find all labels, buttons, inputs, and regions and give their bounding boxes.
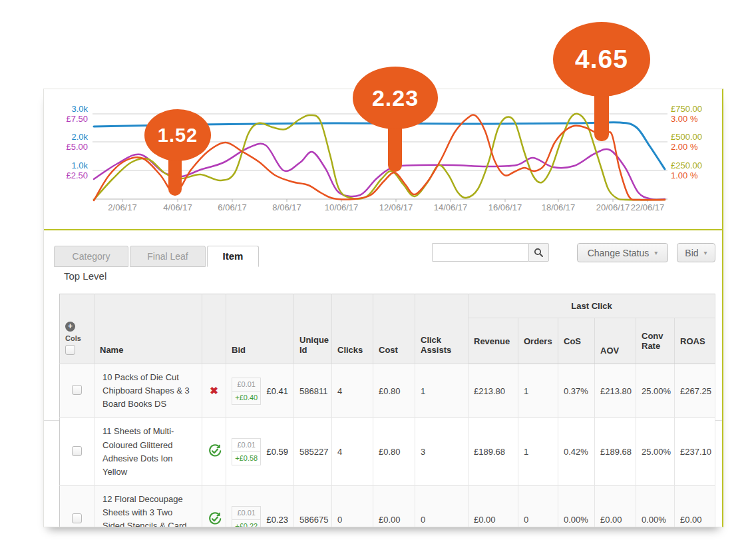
cos-cell: 0.00% — [558, 485, 595, 527]
bid-breakdown[interactable]: £0.01 +£0.58 — [232, 438, 261, 465]
bid-cell: £0.01 +£0.58 £0.59 — [226, 418, 294, 486]
click-assists-cell: 0 — [415, 485, 469, 527]
x-axis-label: 10/06/17 — [317, 202, 366, 212]
bid-base-value: £0.01 — [232, 439, 260, 451]
revenue-cell: £189.68 — [469, 418, 518, 486]
tab-final-leaf[interactable]: Final Leaf — [130, 246, 206, 267]
callout-bubble: 2.23 — [353, 67, 438, 129]
row-select-cell — [60, 485, 94, 527]
y-axis-left-label: 3.0k £7.50 — [47, 104, 88, 124]
select-all-checkbox[interactable] — [65, 345, 75, 355]
column-header-bid[interactable]: Bid — [226, 294, 294, 364]
add-columns-icon[interactable]: + — [65, 322, 75, 332]
click-assists-cell: 3 — [415, 418, 469, 486]
orders-cell: 1 — [518, 364, 558, 418]
search-button[interactable] — [528, 243, 549, 262]
column-header-unique-id[interactable]: Unique Id — [294, 294, 332, 364]
change-status-label: Change Status — [588, 248, 650, 258]
column-header-name[interactable]: Name — [94, 294, 202, 364]
revenue-cell: £0.00 — [469, 485, 518, 527]
x-axis-label: 12/06/17 — [371, 202, 421, 212]
column-header-revenue[interactable]: Revenue — [469, 318, 518, 364]
column-header-clicks[interactable]: Clicks — [332, 294, 373, 364]
toolbar: Category Final Leaf Item Change Status ▾… — [44, 243, 722, 268]
column-header-roas[interactable]: ROAS — [675, 318, 715, 364]
cost-cell: £0.00 — [373, 485, 415, 527]
status-cell[interactable] — [202, 418, 226, 486]
orders-cell: 0 — [518, 485, 558, 527]
search-group — [432, 243, 549, 262]
unique-id-cell: 585227 — [294, 418, 332, 486]
column-header-orders[interactable]: Orders — [518, 318, 558, 364]
column-header-aov[interactable]: AOV — [595, 318, 636, 364]
table-row: 11 Sheets of Multi-Coloured Glittered Ad… — [60, 418, 715, 486]
callout-bubble: 4.65 — [553, 22, 650, 97]
unique-id-cell: 586675 — [294, 485, 332, 527]
x-axis-label: 14/06/17 — [426, 202, 475, 212]
aov-cell: £0.00 — [595, 485, 636, 527]
select-column-header: + Cols — [60, 294, 94, 364]
roas-cell: £237.10 — [675, 418, 715, 486]
dashboard-card: 3.0k £7.50 2.0k £5.00 1.0k £2.50 £750.00… — [43, 89, 723, 527]
row-select-cell — [60, 418, 94, 486]
bid-total-value: £0.59 — [266, 447, 288, 457]
aov-cell: £189.68 — [595, 418, 636, 486]
bid-breakdown[interactable]: £0.01 +£0.40 — [232, 378, 261, 405]
bid-breakdown[interactable]: £0.01 +£0.22 — [232, 506, 261, 527]
roas-cell: £267.25 — [675, 364, 715, 418]
column-header-cost[interactable]: Cost — [373, 294, 415, 364]
section-title: Top Level — [64, 270, 106, 282]
row-checkbox[interactable] — [72, 513, 82, 523]
y-axis-right-label: £500.00 2.00 % — [671, 132, 712, 152]
cols-label: Cols — [65, 334, 81, 342]
tab-item[interactable]: Item — [207, 246, 259, 267]
orders-cell: 1 — [518, 418, 558, 486]
group-header-last-click: Last Click — [469, 294, 715, 318]
approved-icon — [208, 511, 222, 526]
x-axis-label: 8/06/17 — [262, 202, 311, 212]
conv-rate-cell: 25.00% — [636, 418, 675, 486]
cos-cell: 0.42% — [558, 418, 595, 486]
bid-base-value: £0.01 — [232, 378, 260, 391]
approved-icon — [208, 443, 222, 458]
page: 3.0k £7.50 2.0k £5.00 1.0k £2.50 £750.00… — [0, 0, 756, 540]
unique-id-cell: 586811 — [294, 364, 332, 418]
y-axis-right-label: £250.00 1.00 % — [671, 160, 712, 180]
y-axis-left-label: 1.0k £2.50 — [47, 160, 88, 180]
bid-button[interactable]: Bid ▾ — [677, 243, 715, 262]
row-checkbox[interactable] — [72, 446, 82, 456]
item-name: 11 Sheets of Multi-Coloured Glittered Ad… — [94, 418, 202, 486]
table-wrap: + Cols Name Bid Unique Id Clicks Cost Cl… — [59, 294, 715, 527]
bid-button-label: Bid — [685, 248, 698, 258]
click-assists-cell: 1 — [415, 364, 469, 418]
y-axis-right-label: £750.00 3.00 % — [671, 104, 712, 124]
table-row: 10 Packs of Die Cut Chipboard Shapes & 3… — [60, 364, 715, 418]
items-table: + Cols Name Bid Unique Id Clicks Cost Cl… — [59, 294, 715, 527]
chevron-down-icon: ▾ — [704, 249, 707, 256]
change-status-button[interactable]: Change Status ▾ — [577, 243, 668, 262]
status-cell[interactable] — [202, 485, 226, 527]
column-header-click-assists[interactable]: Click Assists — [415, 294, 469, 364]
column-header-conv-rate[interactable]: Conv Rate — [636, 318, 675, 364]
tab-category[interactable]: Category — [54, 246, 128, 267]
bid-boost-value: +£0.58 — [232, 451, 260, 465]
cos-cell: 0.37% — [558, 364, 595, 418]
column-header-cos[interactable]: CoS — [558, 318, 595, 364]
cost-cell: £0.80 — [373, 418, 415, 486]
bid-total-value: £0.41 — [266, 386, 288, 396]
clicks-cell: 0 — [332, 485, 373, 527]
clicks-cell: 4 — [332, 418, 373, 486]
item-name: 12 Floral Decoupage Sheets with 3 Two Si… — [94, 485, 202, 527]
search-input[interactable] — [432, 243, 528, 262]
cost-cell: £0.80 — [373, 364, 415, 418]
x-axis-label: 18/06/17 — [534, 202, 583, 212]
row-checkbox[interactable] — [72, 385, 82, 395]
aov-cell: £213.80 — [595, 364, 636, 418]
status-cell[interactable]: ✖ — [202, 364, 226, 418]
conv-rate-cell: 0.00% — [636, 485, 675, 527]
table-row: 12 Floral Decoupage Sheets with 3 Two Si… — [60, 485, 715, 527]
roas-cell: £0.00 — [675, 485, 715, 527]
callout-bubble: 1.52 — [144, 109, 211, 161]
x-axis-label: 4/06/17 — [153, 202, 202, 212]
y-axis-left-label: 2.0k £5.00 — [47, 132, 88, 152]
